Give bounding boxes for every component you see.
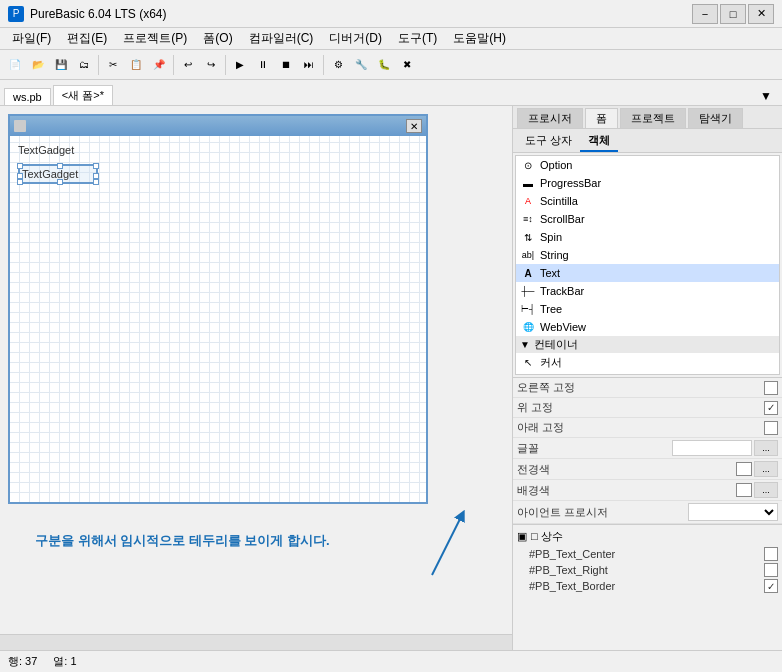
menu-compiler[interactable]: 컴파일러(C) [241, 28, 322, 49]
container-section-label: 컨테이너 [534, 337, 578, 352]
gadget-handle-tm[interactable] [57, 163, 63, 169]
cursor-icon: ↖ [520, 354, 536, 370]
gadget-item-spin[interactable]: ⇅ Spin [516, 228, 779, 246]
right-tab-form[interactable]: 폼 [585, 108, 618, 128]
prop-row-top-anchor: 위 고정 [513, 398, 782, 418]
tb-sep3 [225, 55, 226, 75]
const-label-center: #PB_Text_Center [529, 548, 760, 560]
tb-debug2[interactable]: 🔧 [350, 54, 372, 76]
constants-header[interactable]: ▣ □ 상수 [513, 527, 782, 546]
gadget-item-container[interactable]: □ Container [516, 371, 779, 375]
menu-debugger[interactable]: 디버거(D) [321, 28, 390, 49]
tab-new-form[interactable]: <새 폼>* [53, 85, 113, 105]
prop-color-box-bg[interactable] [736, 483, 752, 497]
tb-undo[interactable]: ↩ [177, 54, 199, 76]
gadget-handle-br[interactable] [93, 179, 99, 185]
tab-ws-pb[interactable]: ws.pb [4, 88, 51, 105]
right-second-tab-toolbox[interactable]: 도구 상자 [517, 131, 580, 152]
gadget-item-text[interactable]: A Text [516, 264, 779, 282]
tb-save[interactable]: 💾 [50, 54, 72, 76]
prop-checkbox-right-anchor[interactable] [764, 381, 778, 395]
gadget-item-webview[interactable]: 🌐 WebView [516, 318, 779, 336]
tb-new[interactable]: 📄 [4, 54, 26, 76]
gadget-item-spin-label: Spin [540, 231, 562, 243]
gadget-handle-bl[interactable] [17, 179, 23, 185]
prop-label-bg-color: 배경색 [517, 483, 732, 498]
app-title: PureBasic 6.04 LTS (x64) [30, 7, 167, 21]
gadget-item-cursor[interactable]: ↖ 커서 [516, 353, 779, 371]
menu-project[interactable]: 프로젝트(P) [115, 28, 195, 49]
tb-save-all[interactable]: 🗂 [73, 54, 95, 76]
prop-btn-bg-color[interactable]: ... [754, 482, 778, 498]
gadget-handle-tl[interactable] [17, 163, 23, 169]
tb-cut[interactable]: ✂ [102, 54, 124, 76]
minimize-button[interactable]: − [692, 4, 718, 24]
prop-btn-fg-color[interactable]: ... [754, 461, 778, 477]
right-tab-project[interactable]: 프로젝트 [620, 108, 686, 128]
inner-window-content[interactable]: TextGadget TextGadget [10, 136, 426, 502]
tb-copy[interactable]: 📋 [125, 54, 147, 76]
tb-paste[interactable]: 📌 [148, 54, 170, 76]
prop-checkbox-top-anchor[interactable] [764, 401, 778, 415]
gadget-handle-tr[interactable] [93, 163, 99, 169]
tb-close-dbg[interactable]: ✖ [396, 54, 418, 76]
h-scrollbar[interactable] [0, 634, 512, 650]
tb-run[interactable]: ▶ [229, 54, 251, 76]
tree-icon: ⊢┤ [520, 301, 536, 317]
prop-btn-font[interactable]: ... [754, 440, 778, 456]
container-section-header[interactable]: ▼ 컨테이너 [516, 336, 779, 353]
right-tab-procedure[interactable]: 프로시저 [517, 108, 583, 128]
menu-file[interactable]: 파일(F) [4, 28, 59, 49]
const-checkbox-center[interactable] [764, 547, 778, 561]
status-bar: 행: 37 열: 1 [0, 650, 782, 672]
annotation-text: 구분을 위해서 임시적으로 테두리를 보이게 합시다. [35, 532, 330, 550]
right-tab-explorer[interactable]: 탐색기 [688, 108, 743, 128]
prop-color-box-fg[interactable] [736, 462, 752, 476]
tb-pause[interactable]: ⏸ [252, 54, 274, 76]
gadget-item-scrollbar[interactable]: ≡↕ ScrollBar [516, 210, 779, 228]
prop-input-font[interactable] [672, 440, 752, 456]
gadget-box[interactable]: TextGadget [18, 164, 98, 184]
gadget-item-cursor-label: 커서 [540, 355, 562, 370]
gadget-handle-bm[interactable] [57, 179, 63, 185]
const-checkbox-right[interactable] [764, 563, 778, 577]
gadget-item-tree[interactable]: ⊢┤ Tree [516, 300, 779, 318]
webview-icon: 🌐 [520, 319, 536, 335]
maximize-button[interactable]: □ [720, 4, 746, 24]
gadget-item-option[interactable]: ⊙ Option [516, 156, 779, 174]
gadget-list[interactable]: ⊙ Option ▬ ProgressBar A Scintilla ≡↕ Sc… [515, 155, 780, 375]
menu-edit[interactable]: 편집(E) [59, 28, 115, 49]
close-button[interactable]: ✕ [748, 4, 774, 24]
text-icon: A [520, 265, 536, 281]
menu-help[interactable]: 도움말(H) [445, 28, 514, 49]
prop-checkbox-bottom-anchor[interactable] [764, 421, 778, 435]
tb-debug3[interactable]: 🐛 [373, 54, 395, 76]
tb-sep4 [323, 55, 324, 75]
gadget-item-progressbar[interactable]: ▬ ProgressBar [516, 174, 779, 192]
right-second-tab-objects[interactable]: 객체 [580, 131, 618, 152]
tb-stop[interactable]: ⏹ [275, 54, 297, 76]
tb-debug1[interactable]: ⚙ [327, 54, 349, 76]
inner-window-close-button[interactable]: ✕ [406, 119, 422, 133]
scintilla-icon: A [520, 193, 536, 209]
prop-row-right-anchor: 오른쪽 고정 [513, 378, 782, 398]
menu-form[interactable]: 폼(O) [195, 28, 240, 49]
gadget-item-scintilla[interactable]: A Scintilla [516, 192, 779, 210]
prop-select-event-proc[interactable] [688, 503, 778, 521]
const-row-right: #PB_Text_Right [513, 562, 782, 578]
constants-section: ▣ □ 상수 #PB_Text_Center #PB_Text_Right #P… [513, 524, 782, 596]
tb-open[interactable]: 📂 [27, 54, 49, 76]
gadget-item-string[interactable]: ab| String [516, 246, 779, 264]
tb-step[interactable]: ⏭ [298, 54, 320, 76]
constants-header-label: □ 상수 [531, 529, 563, 544]
const-checkbox-border[interactable] [764, 579, 778, 593]
gadget-item-trackbar[interactable]: ┼─ TrackBar [516, 282, 779, 300]
tb-redo[interactable]: ↪ [200, 54, 222, 76]
const-row-border: #PB_Text_Border [513, 578, 782, 594]
gadget-item-container-label: Container [540, 374, 588, 375]
prop-value-top-anchor [764, 401, 778, 415]
menu-tools[interactable]: 도구(T) [390, 28, 445, 49]
design-area[interactable]: ✕ TextGadget TextGadget [0, 106, 512, 650]
container-icon: □ [520, 372, 536, 375]
tab-dropdown-arrow[interactable]: ▼ [754, 87, 778, 105]
